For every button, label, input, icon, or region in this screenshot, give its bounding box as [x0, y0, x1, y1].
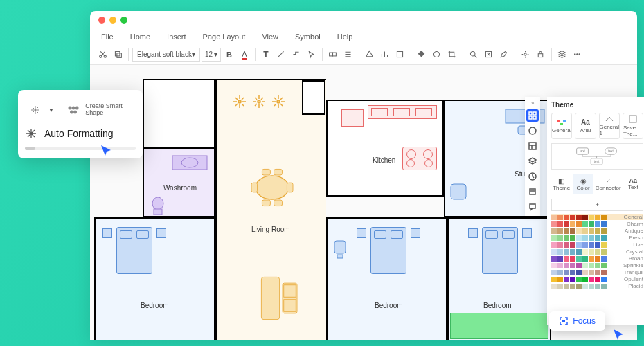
more-button[interactable]: [571, 48, 584, 62]
sparkle-dropdown[interactable]: ▼: [25, 98, 60, 122]
menu-insert[interactable]: Insert: [160, 31, 193, 42]
focus-button[interactable]: Focus: [549, 311, 605, 331]
fill-button[interactable]: [415, 48, 429, 62]
add-scheme-button[interactable]: +: [551, 199, 643, 211]
pen-button[interactable]: [497, 48, 511, 62]
container-button[interactable]: [393, 48, 407, 62]
layout-panel-button[interactable]: [526, 140, 539, 152]
preset-font[interactable]: AaArial: [575, 113, 596, 139]
align-button[interactable]: [341, 48, 355, 62]
menu-pagelayout[interactable]: Page Layout: [196, 31, 253, 42]
pointer-tool[interactable]: [305, 48, 319, 62]
rug: [450, 313, 548, 339]
lock-button[interactable]: [534, 48, 548, 62]
scheme-antique[interactable]: Antique: [551, 228, 643, 234]
chart-button[interactable]: [378, 48, 392, 62]
scheme-live[interactable]: Live: [551, 242, 643, 248]
auto-formatting-button[interactable]: Auto Formatting: [25, 127, 136, 140]
room-bedroom-1[interactable]: Bedroom: [94, 217, 215, 340]
minimize-window-icon[interactable]: [109, 17, 116, 24]
label-bedroom-3: Bedroom: [483, 302, 512, 309]
nightstand-icon: [411, 228, 420, 238]
svg-point-13: [577, 54, 578, 55]
scheme-general[interactable]: General: [551, 214, 643, 220]
svg-rect-44: [533, 112, 536, 115]
preset-general[interactable]: General: [551, 113, 572, 139]
svg-rect-23: [251, 183, 258, 192]
preset-general1[interactable]: General 1: [599, 113, 620, 139]
svg-rect-11: [539, 54, 544, 57]
style-panel-button[interactable]: [526, 125, 539, 137]
shadow-button[interactable]: [430, 48, 444, 62]
scheme-charm[interactable]: Charm: [551, 221, 643, 227]
zoom-button[interactable]: [467, 48, 481, 62]
svg-point-10: [524, 53, 526, 55]
color-schemes: GeneralCharmAntiqueFreshLiveCrystalBroad…: [551, 214, 643, 289]
text-tool[interactable]: T: [259, 48, 273, 62]
scheme-opulent[interactable]: Opulent: [551, 276, 643, 282]
menu-view[interactable]: View: [255, 31, 285, 42]
copy-button[interactable]: [111, 48, 125, 62]
scheme-sprinkle[interactable]: Sprinkle: [551, 262, 643, 268]
format-slider[interactable]: [25, 147, 136, 150]
tab-text[interactable]: AaText: [623, 174, 643, 194]
fit-button[interactable]: [482, 48, 496, 62]
crop-button[interactable]: [445, 48, 459, 62]
tab-theme[interactable]: ◧Theme: [551, 174, 571, 194]
preset-save[interactable]: Save The...: [623, 113, 643, 139]
close-window-icon[interactable]: [98, 17, 105, 24]
expand-icon[interactable]: »: [530, 100, 534, 107]
scheme-placid[interactable]: Placid: [551, 283, 643, 289]
svg-rect-30: [283, 283, 297, 313]
size-select[interactable]: 12▾: [202, 48, 221, 62]
theme-panel-button[interactable]: [526, 109, 539, 122]
scheme-fresh[interactable]: Fresh: [551, 235, 643, 241]
bold-button[interactable]: B: [222, 48, 236, 62]
maximize-window-icon[interactable]: [120, 17, 127, 24]
svg-rect-2: [115, 51, 120, 56]
tab-color[interactable]: ◉Color: [573, 174, 593, 194]
font-select[interactable]: Elegant soft black▾: [132, 48, 200, 62]
layers-button[interactable]: [555, 48, 569, 62]
svg-rect-26: [274, 169, 283, 175]
label-livingroom: Living Room: [251, 226, 290, 233]
svg-rect-6: [397, 51, 403, 57]
svg-point-39: [72, 107, 75, 110]
svg-rect-25: [262, 169, 270, 175]
menubar: File Home Insert Page Layout View Symbol…: [90, 29, 637, 44]
room-entry[interactable]: [143, 79, 215, 148]
menu-file[interactable]: File: [94, 31, 120, 42]
shape-button[interactable]: [363, 48, 377, 62]
history-panel-button[interactable]: [526, 170, 539, 183]
tab-connector[interactable]: ⟋Connector: [595, 174, 622, 194]
menu-help[interactable]: Help: [330, 31, 360, 42]
scheme-tranquil[interactable]: Tranquil: [551, 269, 643, 275]
room-bedroom-3[interactable]: Bedroom: [447, 217, 551, 340]
line-tool[interactable]: [274, 48, 288, 62]
nightstand-icon: [102, 228, 112, 238]
room-bedroom-2[interactable]: Bedroom: [326, 217, 447, 340]
floor-plan: Washroom Living Room Kitchen: [94, 79, 544, 340]
menu-home[interactable]: Home: [123, 31, 157, 42]
create-smart-shape-button[interactable]: Create Smart Shape: [64, 98, 136, 122]
bed-icon: [482, 227, 518, 274]
scheme-crystal[interactable]: Crystal: [551, 248, 643, 255]
room-kitchen[interactable]: Kitchen: [326, 100, 444, 197]
group-button[interactable]: [326, 48, 340, 62]
room-livingroom[interactable]: Living Room: [215, 79, 326, 340]
settings-button[interactable]: [519, 48, 533, 62]
room-washroom[interactable]: Washroom: [143, 148, 215, 217]
svg-rect-50: [530, 189, 535, 194]
scheme-broad[interactable]: Broad: [551, 255, 643, 262]
cut-button[interactable]: [96, 48, 109, 62]
resources-panel-button[interactable]: [526, 185, 539, 198]
svg-rect-28: [274, 200, 283, 206]
font-color-button[interactable]: A: [238, 48, 251, 62]
menu-symbol[interactable]: Symbol: [288, 31, 328, 42]
connector-tool[interactable]: [289, 48, 303, 62]
comments-panel-button[interactable]: [526, 201, 539, 213]
layers-panel-button[interactable]: [526, 155, 539, 167]
svg-point-40: [75, 107, 79, 110]
svg-rect-3: [116, 53, 121, 58]
svg-point-8: [471, 51, 476, 56]
